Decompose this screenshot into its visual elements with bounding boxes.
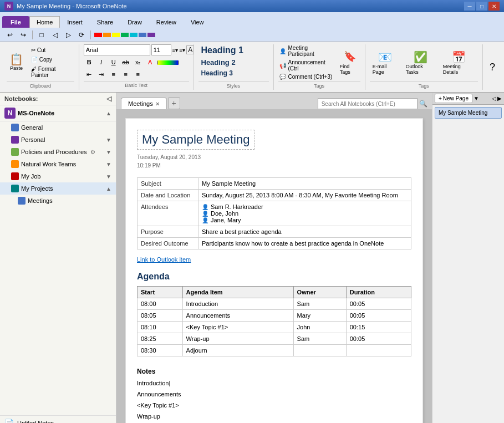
col-agenda-item: Agenda Item bbox=[182, 287, 293, 298]
section-general[interactable]: General bbox=[0, 121, 116, 134]
attendee-icon: 👤 bbox=[202, 204, 208, 210]
tab-insert[interactable]: Insert bbox=[60, 16, 90, 28]
table-row: 08:10<Key Topic #1>John00:15 bbox=[138, 322, 411, 333]
maximize-button[interactable]: □ bbox=[476, 2, 487, 11]
list-numbers-icon[interactable]: ≡▾ bbox=[179, 47, 185, 53]
table-row: Purpose Share a best practice agenda bbox=[138, 226, 411, 238]
email-page-button[interactable]: 📧 E-mail Page bbox=[370, 49, 401, 77]
meeting-details-button[interactable]: 📅 Meeting Details bbox=[440, 49, 478, 77]
section-personal[interactable]: Personal ▼ bbox=[0, 134, 116, 146]
color-teal[interactable] bbox=[130, 33, 138, 37]
cut-button[interactable]: ✂ Cut bbox=[28, 46, 74, 54]
italic-button[interactable]: I bbox=[96, 57, 107, 68]
table-row: 08:00IntroductionSam00:05 bbox=[138, 298, 411, 310]
section-my-job[interactable]: My Job ▼ bbox=[0, 170, 116, 182]
tab-view[interactable]: View bbox=[184, 16, 211, 28]
align-right-button[interactable]: ≡ bbox=[120, 69, 131, 80]
color-red[interactable] bbox=[94, 33, 102, 37]
tab-file[interactable]: File bbox=[2, 16, 29, 28]
section-settings-icon[interactable]: ⚙ bbox=[90, 149, 95, 155]
copy-button[interactable]: 📄 Copy bbox=[28, 55, 74, 64]
sidebar-unfiled-notes[interactable]: 📄 Unfiled Notes bbox=[0, 416, 116, 423]
content-area: Meetings ✕ + 🔍 My Sample Meeting Tuesday… bbox=[116, 93, 432, 423]
section-expand-myprojects: ▲ bbox=[106, 186, 111, 192]
new-page-dropdown[interactable]: ▼ bbox=[474, 95, 479, 101]
help-icon[interactable]: ? bbox=[490, 62, 495, 73]
agenda-cell-start: 08:25 bbox=[138, 333, 183, 345]
agenda-cell-owner: Sam bbox=[293, 298, 346, 310]
agenda-table: Start Agenda Item Owner Duration 08:00In… bbox=[137, 286, 411, 356]
color-blue[interactable] bbox=[139, 33, 146, 37]
section-meetings[interactable]: Meetings bbox=[0, 195, 116, 207]
qa-sync[interactable]: ⟳ bbox=[76, 29, 87, 40]
tag-meeting-participant[interactable]: 👤 Meeting Participant bbox=[278, 44, 335, 58]
note-page: My Sample Meeting Tuesday, August 20, 20… bbox=[125, 118, 423, 423]
agenda-cell-duration: 00:15 bbox=[346, 322, 411, 333]
heading2-style[interactable]: Heading 2 bbox=[198, 57, 238, 68]
color-orange[interactable] bbox=[103, 33, 111, 37]
outlook-link[interactable]: Link to Outlook item bbox=[137, 256, 411, 263]
color-purple[interactable] bbox=[147, 33, 155, 37]
section-icon-general bbox=[11, 124, 19, 131]
tag-announcement[interactable]: 📢 Announcement (Ctrl bbox=[278, 59, 335, 72]
align-center-button[interactable]: ≡ bbox=[133, 69, 144, 80]
section-icon-meetings bbox=[18, 197, 26, 205]
color-yellow[interactable] bbox=[112, 33, 120, 37]
tag-comment[interactable]: 💬 Comment (Ctrl+3) bbox=[278, 73, 335, 80]
indent-decrease-button[interactable]: ⇤ bbox=[84, 69, 95, 80]
search-icon[interactable]: 🔍 bbox=[419, 100, 427, 108]
qa-back[interactable]: ◁ bbox=[49, 29, 60, 40]
font-size-input[interactable] bbox=[151, 44, 171, 55]
indent-increase-button[interactable]: ⇥ bbox=[96, 69, 107, 80]
undo-button[interactable]: ↩ bbox=[4, 29, 16, 40]
window-controls[interactable]: ─ □ ✕ bbox=[464, 2, 500, 11]
paste-button[interactable]: 📋 Paste bbox=[7, 52, 26, 73]
tab-share[interactable]: Share bbox=[90, 16, 120, 28]
main-layout: Notebooks: ◁ N MS-OneNote ▲ General Pers… bbox=[0, 93, 504, 423]
section-my-projects[interactable]: My Projects ▲ bbox=[0, 182, 116, 195]
section-natural-work-teams[interactable]: Natural Work Teams ▼ bbox=[0, 158, 116, 170]
qa-forward[interactable]: ▷ bbox=[63, 29, 74, 40]
clipboard-group: 📋 Paste ✂ Cut 📄 Copy 🖌 Format Painter Cl… bbox=[4, 44, 79, 90]
title-bar: N My Sample Meeting - Microsoft OneNote … bbox=[0, 0, 504, 12]
bold-button[interactable]: B bbox=[84, 57, 95, 68]
font-family-input[interactable] bbox=[84, 44, 150, 55]
redo-button[interactable]: ↪ bbox=[18, 29, 29, 40]
align-left-button[interactable]: ≡ bbox=[108, 69, 119, 80]
clear-format-button[interactable]: A bbox=[186, 45, 194, 54]
page-nav-prev[interactable]: ◁ bbox=[492, 95, 496, 101]
tab-meetings[interactable]: Meetings ✕ bbox=[121, 98, 167, 109]
right-page-item-sample[interactable]: My Sample Meeting bbox=[435, 107, 502, 119]
tab-close-icon[interactable]: ✕ bbox=[155, 101, 160, 107]
highlight-button[interactable] bbox=[157, 60, 179, 65]
strikethrough-button[interactable]: ab bbox=[120, 57, 131, 68]
tab-home[interactable]: Home bbox=[29, 16, 60, 28]
sidebar-notebook-msonenote[interactable]: N MS-OneNote ▲ bbox=[0, 105, 116, 121]
section-policies[interactable]: Policies and Procedures ⚙ ▼ bbox=[0, 146, 116, 158]
tab-draw[interactable]: Draw bbox=[120, 16, 149, 28]
outlook-tasks-button[interactable]: ✅ Outlook Tasks bbox=[403, 49, 438, 77]
sidebar-header: Notebooks: ◁ bbox=[0, 93, 116, 105]
sidebar-collapse-button[interactable]: ◁ bbox=[106, 95, 111, 103]
font-color-button[interactable]: A bbox=[145, 57, 156, 68]
qa-save[interactable]: □ bbox=[36, 29, 47, 40]
email-icon: 📧 bbox=[378, 50, 392, 64]
new-page-button[interactable]: + New Page bbox=[435, 94, 472, 103]
heading3-style[interactable]: Heading 3 bbox=[198, 68, 236, 78]
tab-review[interactable]: Review bbox=[149, 16, 184, 28]
attendees-value: 👤 Sam R. Harkreader 👤 Doe, John 👤 Jane, bbox=[198, 201, 411, 226]
close-button[interactable]: ✕ bbox=[488, 2, 500, 11]
table-row: Subject My Sample Meeting bbox=[138, 178, 411, 190]
tab-add-button[interactable]: + bbox=[168, 97, 180, 109]
page-nav-next[interactable]: ▶ bbox=[497, 95, 502, 101]
search-input[interactable] bbox=[318, 98, 418, 109]
minimize-button[interactable]: ─ bbox=[464, 2, 475, 11]
heading1-style[interactable]: Heading 1 bbox=[198, 44, 246, 57]
list-bullets-icon[interactable]: ≡▾ bbox=[172, 47, 179, 53]
underline-button[interactable]: U bbox=[108, 57, 119, 68]
tags-label: Tags bbox=[278, 81, 360, 90]
subscript-button[interactable]: x₂ bbox=[133, 57, 144, 68]
color-green[interactable] bbox=[121, 33, 129, 37]
find-tags-btn[interactable]: 🔖 Find Tags bbox=[340, 50, 360, 75]
format-painter-button[interactable]: 🖌 Format Painter bbox=[28, 65, 74, 79]
